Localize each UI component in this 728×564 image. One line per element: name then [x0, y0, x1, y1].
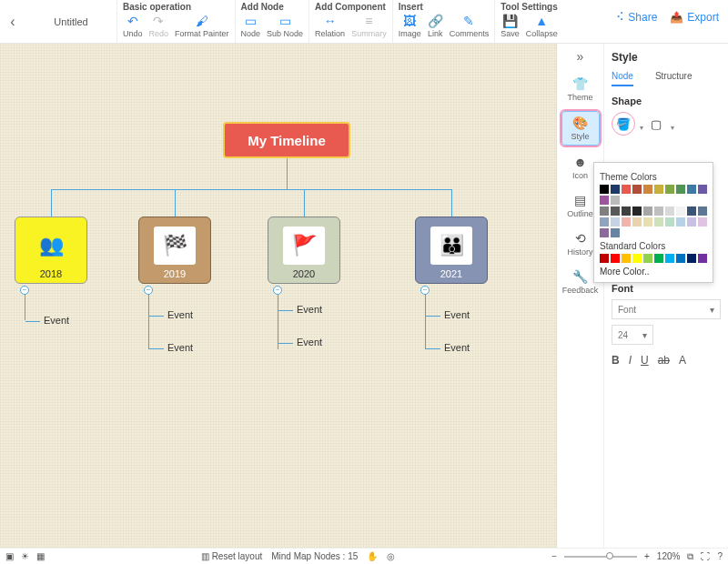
border-color-button[interactable]: ▢	[646, 114, 666, 134]
color-swatch[interactable]	[643, 206, 652, 216]
color-swatch[interactable]	[622, 185, 631, 194]
undo-button[interactable]: ↶Undo	[123, 14, 143, 38]
zoom-out-button[interactable]: −	[551, 551, 557, 561]
color-swatch[interactable]	[600, 206, 609, 216]
event-node[interactable]: Event	[44, 315, 69, 326]
hand-icon[interactable]: ✋	[367, 551, 378, 561]
color-swatch[interactable]	[622, 217, 631, 227]
color-swatch[interactable]	[687, 254, 696, 263]
zoom-in-button[interactable]: +	[644, 551, 650, 561]
summary-button[interactable]: ≡Summary	[351, 14, 387, 38]
brightness-icon[interactable]: ☀	[21, 551, 29, 561]
more-color-button[interactable]: More Color..	[600, 267, 707, 277]
color-swatch[interactable]	[665, 206, 674, 216]
strike-button[interactable]: ab	[658, 354, 670, 367]
fullscreen-icon[interactable]: ⛶	[701, 551, 710, 561]
color-swatch[interactable]	[600, 196, 609, 205]
color-swatch[interactable]	[665, 217, 674, 227]
color-swatch[interactable]	[687, 217, 696, 227]
font-color-button[interactable]: A	[679, 354, 686, 367]
collapse-toggle[interactable]: −	[20, 286, 29, 295]
font-size-select[interactable]: 24▾	[612, 325, 653, 345]
event-node[interactable]: Event	[167, 342, 193, 353]
collapse-toggle[interactable]: −	[420, 286, 430, 295]
rail-theme[interactable]: 👕Theme	[561, 73, 600, 106]
color-swatch[interactable]	[676, 254, 685, 263]
format-painter-button[interactable]: 🖌Format Painter	[175, 14, 229, 38]
image-button[interactable]: 🖼Image	[399, 14, 421, 38]
theme-toggle-icon[interactable]: ▣	[5, 551, 14, 561]
reset-layout-button[interactable]: ▥ Reset layout	[201, 551, 262, 561]
color-swatch[interactable]	[611, 185, 620, 194]
color-swatch[interactable]	[600, 254, 609, 263]
fit-icon[interactable]: ⧉	[687, 551, 693, 562]
grid-icon[interactable]: ▦	[36, 551, 45, 561]
share-button[interactable]: ⠪Share	[616, 11, 657, 24]
event-node[interactable]: Event	[444, 342, 470, 353]
color-swatch[interactable]	[622, 254, 631, 263]
color-swatch[interactable]	[654, 217, 663, 227]
year-node-2018[interactable]: 👥 2018	[15, 217, 87, 284]
color-swatch[interactable]	[611, 196, 620, 205]
zoom-level[interactable]: 120%	[657, 551, 681, 561]
node-button[interactable]: ▭Node	[241, 14, 261, 38]
link-button[interactable]: 🔗Link	[428, 14, 443, 38]
color-swatch[interactable]	[611, 217, 620, 227]
relation-button[interactable]: ↔Relation	[315, 14, 345, 38]
color-swatch[interactable]	[676, 185, 685, 194]
event-node[interactable]: Event	[167, 309, 193, 320]
color-swatch[interactable]	[654, 185, 663, 194]
color-swatch[interactable]	[687, 185, 696, 194]
collapse-toggle[interactable]: −	[144, 286, 153, 295]
color-swatch[interactable]	[622, 206, 631, 216]
color-swatch[interactable]	[654, 254, 663, 263]
target-icon[interactable]: ◎	[387, 551, 395, 561]
color-swatch[interactable]	[676, 206, 685, 216]
color-swatch[interactable]	[698, 185, 707, 194]
rail-style[interactable]: 🎨Style	[561, 111, 600, 146]
italic-button[interactable]: I	[629, 354, 632, 367]
color-swatch[interactable]	[600, 185, 609, 194]
root-node[interactable]: My Timeline	[223, 122, 350, 158]
color-swatch[interactable]	[632, 206, 642, 216]
event-node[interactable]: Event	[297, 304, 322, 315]
canvas[interactable]: My Timeline 👥 2018 🏁 2019 🚩 2020 👪 2021 …	[0, 44, 557, 548]
color-swatch[interactable]	[600, 217, 609, 227]
font-family-select[interactable]: Font▾	[612, 299, 721, 319]
color-swatch[interactable]	[611, 206, 620, 216]
color-swatch[interactable]	[643, 217, 652, 227]
sub-node-button[interactable]: ▭Sub Node	[267, 14, 303, 38]
color-swatch[interactable]	[665, 185, 674, 194]
color-swatch[interactable]	[611, 228, 620, 237]
zoom-thumb[interactable]	[606, 552, 613, 559]
color-swatch[interactable]	[687, 206, 696, 216]
redo-button[interactable]: ↷Redo	[149, 14, 169, 38]
year-node-2020[interactable]: 🚩 2020	[268, 217, 340, 284]
zoom-slider[interactable]	[564, 556, 637, 558]
year-node-2019[interactable]: 🏁 2019	[138, 217, 211, 284]
comments-button[interactable]: ✎Comments	[450, 14, 490, 38]
save-button[interactable]: 💾Save	[500, 14, 520, 38]
color-swatch[interactable]	[632, 217, 642, 227]
collapse-toggle[interactable]: −	[273, 286, 282, 295]
color-swatch[interactable]	[611, 254, 620, 263]
document-title[interactable]: Untitled	[25, 0, 116, 43]
color-swatch[interactable]	[654, 206, 663, 216]
tab-node[interactable]: Node	[612, 71, 633, 86]
collapse-button[interactable]: ▲Collapse	[526, 14, 558, 38]
color-swatch[interactable]	[600, 228, 609, 237]
color-swatch[interactable]	[676, 217, 685, 227]
color-swatch[interactable]	[632, 185, 642, 194]
tab-structure[interactable]: Structure	[655, 71, 693, 86]
event-node[interactable]: Event	[444, 309, 470, 320]
help-icon[interactable]: ?	[717, 551, 723, 561]
color-swatch[interactable]	[698, 254, 707, 263]
event-node[interactable]: Event	[297, 337, 322, 347]
color-swatch[interactable]	[665, 254, 674, 263]
panel-collapse-button[interactable]: »	[577, 49, 584, 64]
color-swatch[interactable]	[632, 254, 642, 263]
back-button[interactable]: ‹	[0, 0, 25, 43]
export-button[interactable]: 📤Export	[670, 11, 719, 24]
underline-button[interactable]: U	[641, 354, 649, 367]
color-swatch[interactable]	[698, 206, 707, 216]
